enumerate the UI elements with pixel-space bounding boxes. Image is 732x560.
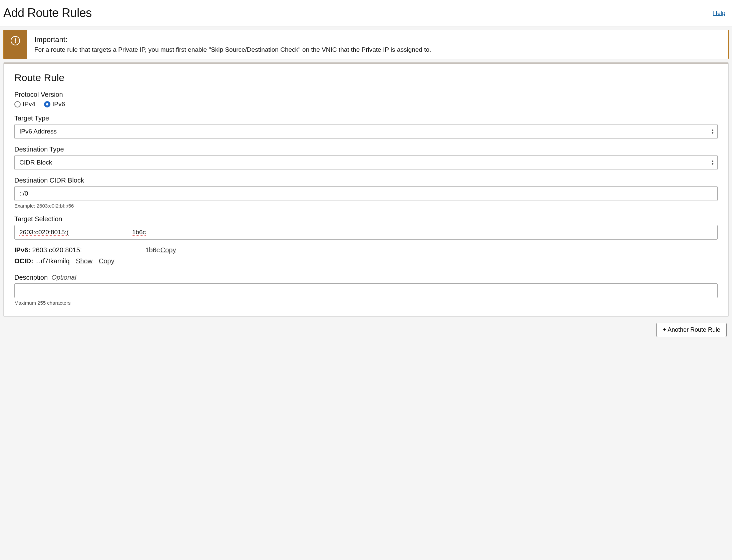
ocid-row: OCID: ...rf7tkamilq Show Copy xyxy=(14,257,718,265)
target-type-label: Target Type xyxy=(14,114,718,122)
target-selection-part1: 2603:c020:8015:( xyxy=(19,229,69,236)
ipv6-row: IPv6: 2603:c020:8015:1b6cCopy xyxy=(14,246,718,254)
warning-icon: ! xyxy=(11,36,20,45)
description-label: Description Optional xyxy=(14,274,718,281)
ocid-copy-link[interactable]: Copy xyxy=(99,257,114,265)
target-selection-input[interactable]: 2603:c020:8015:(1b6c xyxy=(14,225,718,240)
alert-title: Important: xyxy=(34,35,431,44)
alert-text: For a route rule that targets a Private … xyxy=(34,46,431,53)
radio-ipv6[interactable]: IPv6 xyxy=(44,100,65,108)
radio-ipv4[interactable]: IPv4 xyxy=(14,100,35,108)
important-alert: ! Important: For a route rule that targe… xyxy=(3,30,729,59)
description-input[interactable] xyxy=(14,283,718,298)
alert-badge: ! xyxy=(4,30,27,59)
ocid-show-link[interactable]: Show xyxy=(76,257,92,265)
route-rule-card: Route Rule Protocol Version IPv4 IPv6 Ta… xyxy=(3,62,729,317)
page-title: Add Route Rules xyxy=(3,6,92,20)
destination-cidr-example: Example: 2603:c0f2:bf::/56 xyxy=(14,203,718,209)
ipv6-copy-link[interactable]: Copy xyxy=(160,246,176,254)
destination-type-label: Destination Type xyxy=(14,146,718,153)
radio-icon xyxy=(14,101,21,107)
ocid-value: ...rf7tkamilq xyxy=(35,257,69,265)
description-optional: Optional xyxy=(51,274,76,281)
ocid-label: OCID: xyxy=(14,257,33,265)
add-another-route-rule-button[interactable]: + Another Route Rule xyxy=(656,323,727,337)
destination-type-value: CIDR Block xyxy=(19,159,52,166)
ipv6-value-part1: 2603:c020:8015: xyxy=(32,246,82,254)
destination-type-select[interactable]: CIDR Block xyxy=(14,155,718,170)
ipv6-label: IPv6: xyxy=(14,246,30,254)
description-helper: Maximum 255 characters xyxy=(14,300,718,306)
target-type-value: IPv6 Address xyxy=(19,128,57,135)
card-title: Route Rule xyxy=(14,72,718,83)
target-type-select[interactable]: IPv6 Address xyxy=(14,124,718,139)
target-selection-label: Target Selection xyxy=(14,215,718,223)
help-link[interactable]: Help xyxy=(713,10,725,17)
radio-ipv4-label: IPv4 xyxy=(23,100,35,108)
protocol-version-label: Protocol Version xyxy=(14,91,718,98)
target-selection-part2: 1b6c xyxy=(132,229,146,236)
ipv6-value-part2: 1b6c xyxy=(145,246,159,254)
page-header: Add Route Rules Help xyxy=(0,0,732,26)
radio-icon xyxy=(44,101,50,107)
radio-ipv6-label: IPv6 xyxy=(52,100,65,108)
destination-cidr-label: Destination CIDR Block xyxy=(14,177,718,184)
destination-cidr-input[interactable] xyxy=(14,186,718,201)
